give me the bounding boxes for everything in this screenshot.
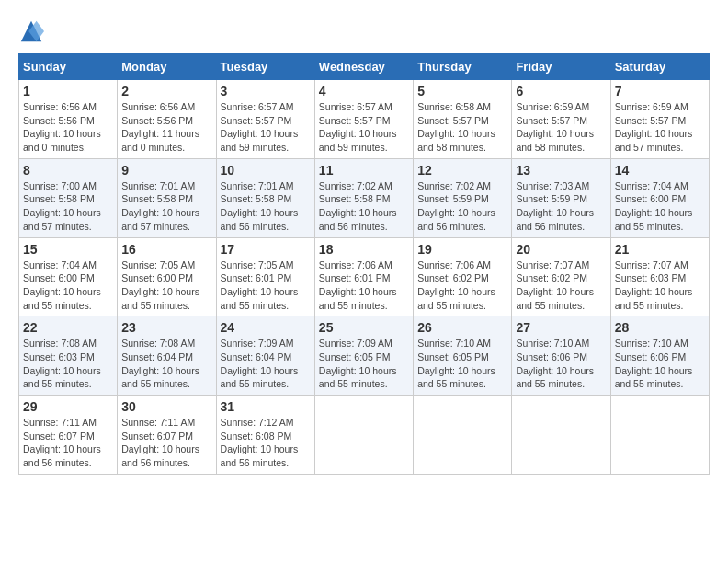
day-detail: Sunrise: 7:05 AMSunset: 6:00 PMDaylight:… (121, 259, 199, 311)
calendar-cell: 3 Sunrise: 6:57 AMSunset: 5:57 PMDayligh… (216, 80, 314, 159)
day-detail: Sunrise: 7:00 AMSunset: 5:58 PMDaylight:… (23, 180, 101, 232)
day-detail: Sunrise: 6:56 AMSunset: 5:56 PMDaylight:… (23, 101, 101, 153)
calendar-week-2: 8 Sunrise: 7:00 AMSunset: 5:58 PMDayligh… (19, 158, 710, 237)
calendar-cell: 1 Sunrise: 6:56 AMSunset: 5:56 PMDayligh… (19, 80, 118, 159)
day-number: 24 (221, 320, 311, 335)
day-detail: Sunrise: 7:04 AMSunset: 6:00 PMDaylight:… (23, 259, 101, 311)
calendar-cell: 28 Sunrise: 7:10 AMSunset: 6:06 PMDaylig… (610, 316, 709, 396)
day-detail: Sunrise: 7:09 AMSunset: 6:05 PMDaylight:… (319, 338, 397, 389)
day-detail: Sunrise: 6:57 AMSunset: 5:57 PMDaylight:… (319, 101, 397, 153)
calendar-week-1: 1 Sunrise: 6:56 AMSunset: 5:56 PMDayligh… (19, 80, 710, 159)
day-number: 20 (516, 242, 606, 257)
day-number: 12 (417, 163, 507, 178)
day-number: 18 (319, 242, 409, 257)
day-detail: Sunrise: 7:03 AMSunset: 5:59 PMDaylight:… (516, 180, 594, 232)
calendar-cell: 27 Sunrise: 7:10 AMSunset: 6:06 PMDaylig… (512, 316, 610, 396)
day-number: 13 (516, 163, 606, 178)
calendar-cell: 21 Sunrise: 7:07 AMSunset: 6:03 PMDaylig… (610, 237, 709, 316)
day-detail: Sunrise: 7:10 AMSunset: 6:06 PMDaylight:… (516, 338, 594, 389)
calendar-cell: 18 Sunrise: 7:06 AMSunset: 6:01 PMDaylig… (314, 237, 413, 316)
calendar-cell: 9 Sunrise: 7:01 AMSunset: 5:58 PMDayligh… (118, 158, 216, 237)
day-number: 23 (121, 320, 211, 335)
day-number: 26 (417, 320, 507, 335)
calendar-cell (610, 396, 709, 475)
day-detail: Sunrise: 7:07 AMSunset: 6:02 PMDaylight:… (516, 259, 594, 311)
calendar-cell: 23 Sunrise: 7:08 AMSunset: 6:04 PMDaylig… (118, 316, 216, 396)
day-detail: Sunrise: 7:08 AMSunset: 6:04 PMDaylight:… (121, 338, 199, 389)
calendar-cell: 11 Sunrise: 7:02 AMSunset: 5:58 PMDaylig… (314, 158, 413, 237)
day-number: 17 (221, 242, 311, 257)
calendar-cell: 8 Sunrise: 7:00 AMSunset: 5:58 PMDayligh… (19, 158, 118, 237)
day-number: 16 (121, 242, 211, 257)
day-number: 25 (319, 320, 409, 335)
day-number: 14 (615, 163, 705, 178)
calendar-cell: 15 Sunrise: 7:04 AMSunset: 6:00 PMDaylig… (19, 237, 118, 316)
day-number: 10 (221, 163, 311, 178)
day-detail: Sunrise: 7:11 AMSunset: 6:07 PMDaylight:… (121, 417, 199, 468)
calendar-cell: 12 Sunrise: 7:02 AMSunset: 5:59 PMDaylig… (414, 158, 512, 237)
col-header-saturday: Saturday (610, 54, 709, 80)
day-number: 9 (121, 163, 211, 178)
day-number: 28 (615, 320, 705, 335)
day-number: 8 (23, 163, 113, 178)
day-detail: Sunrise: 6:56 AMSunset: 5:56 PMDaylight:… (121, 101, 199, 153)
day-detail: Sunrise: 7:09 AMSunset: 6:04 PMDaylight:… (221, 338, 299, 389)
calendar-cell (314, 396, 413, 475)
day-detail: Sunrise: 7:11 AMSunset: 6:07 PMDaylight:… (23, 417, 101, 468)
day-detail: Sunrise: 6:58 AMSunset: 5:57 PMDaylight:… (417, 101, 495, 153)
day-number: 7 (615, 84, 705, 98)
day-detail: Sunrise: 7:10 AMSunset: 6:06 PMDaylight:… (615, 338, 693, 389)
calendar-cell: 31 Sunrise: 7:12 AMSunset: 6:08 PMDaylig… (216, 396, 314, 475)
day-number: 27 (516, 320, 606, 335)
day-number: 22 (23, 320, 113, 335)
day-number: 1 (23, 84, 113, 98)
day-number: 11 (319, 163, 409, 178)
page-header (18, 18, 710, 44)
col-header-wednesday: Wednesday (314, 54, 413, 80)
calendar-week-5: 29 Sunrise: 7:11 AMSunset: 6:07 PMDaylig… (19, 396, 710, 475)
day-number: 15 (23, 242, 113, 257)
day-number: 21 (615, 242, 705, 257)
day-detail: Sunrise: 7:01 AMSunset: 5:58 PMDaylight:… (221, 180, 299, 232)
calendar-cell: 5 Sunrise: 6:58 AMSunset: 5:57 PMDayligh… (414, 80, 512, 159)
calendar-cell (512, 396, 610, 475)
day-detail: Sunrise: 7:08 AMSunset: 6:03 PMDaylight:… (23, 338, 101, 389)
calendar-cell: 4 Sunrise: 6:57 AMSunset: 5:57 PMDayligh… (314, 80, 413, 159)
calendar-table: SundayMondayTuesdayWednesdayThursdayFrid… (18, 53, 710, 475)
calendar-cell: 29 Sunrise: 7:11 AMSunset: 6:07 PMDaylig… (19, 396, 118, 475)
day-detail: Sunrise: 6:59 AMSunset: 5:57 PMDaylight:… (615, 101, 693, 153)
calendar-cell (414, 396, 512, 475)
logo-icon (18, 18, 44, 44)
day-detail: Sunrise: 7:05 AMSunset: 6:01 PMDaylight:… (221, 259, 299, 311)
col-header-friday: Friday (512, 54, 610, 80)
calendar-cell: 24 Sunrise: 7:09 AMSunset: 6:04 PMDaylig… (216, 316, 314, 396)
day-detail: Sunrise: 7:07 AMSunset: 6:03 PMDaylight:… (615, 259, 693, 311)
calendar-cell: 10 Sunrise: 7:01 AMSunset: 5:58 PMDaylig… (216, 158, 314, 237)
calendar-cell: 26 Sunrise: 7:10 AMSunset: 6:05 PMDaylig… (414, 316, 512, 396)
day-detail: Sunrise: 7:12 AMSunset: 6:08 PMDaylight:… (221, 417, 299, 468)
day-number: 2 (121, 84, 211, 98)
calendar-cell: 16 Sunrise: 7:05 AMSunset: 6:00 PMDaylig… (118, 237, 216, 316)
day-detail: Sunrise: 7:06 AMSunset: 6:01 PMDaylight:… (319, 259, 397, 311)
col-header-thursday: Thursday (414, 54, 512, 80)
calendar-week-4: 22 Sunrise: 7:08 AMSunset: 6:03 PMDaylig… (19, 316, 710, 396)
day-detail: Sunrise: 6:57 AMSunset: 5:57 PMDaylight:… (221, 101, 299, 153)
day-number: 30 (121, 399, 211, 414)
calendar-cell: 2 Sunrise: 6:56 AMSunset: 5:56 PMDayligh… (118, 80, 216, 159)
col-header-monday: Monday (118, 54, 216, 80)
day-number: 6 (516, 84, 606, 98)
calendar-cell: 17 Sunrise: 7:05 AMSunset: 6:01 PMDaylig… (216, 237, 314, 316)
col-header-sunday: Sunday (19, 54, 118, 80)
calendar-cell: 20 Sunrise: 7:07 AMSunset: 6:02 PMDaylig… (512, 237, 610, 316)
col-header-tuesday: Tuesday (216, 54, 314, 80)
calendar-cell: 25 Sunrise: 7:09 AMSunset: 6:05 PMDaylig… (314, 316, 413, 396)
day-detail: Sunrise: 7:01 AMSunset: 5:58 PMDaylight:… (121, 180, 199, 232)
calendar-week-3: 15 Sunrise: 7:04 AMSunset: 6:00 PMDaylig… (19, 237, 710, 316)
calendar-cell: 7 Sunrise: 6:59 AMSunset: 5:57 PMDayligh… (610, 80, 709, 159)
calendar-cell: 30 Sunrise: 7:11 AMSunset: 6:07 PMDaylig… (118, 396, 216, 475)
day-detail: Sunrise: 7:06 AMSunset: 6:02 PMDaylight:… (417, 259, 495, 311)
day-detail: Sunrise: 7:10 AMSunset: 6:05 PMDaylight:… (417, 338, 495, 389)
day-detail: Sunrise: 7:04 AMSunset: 6:00 PMDaylight:… (615, 180, 693, 232)
day-detail: Sunrise: 6:59 AMSunset: 5:57 PMDaylight:… (516, 101, 594, 153)
day-number: 19 (417, 242, 507, 257)
